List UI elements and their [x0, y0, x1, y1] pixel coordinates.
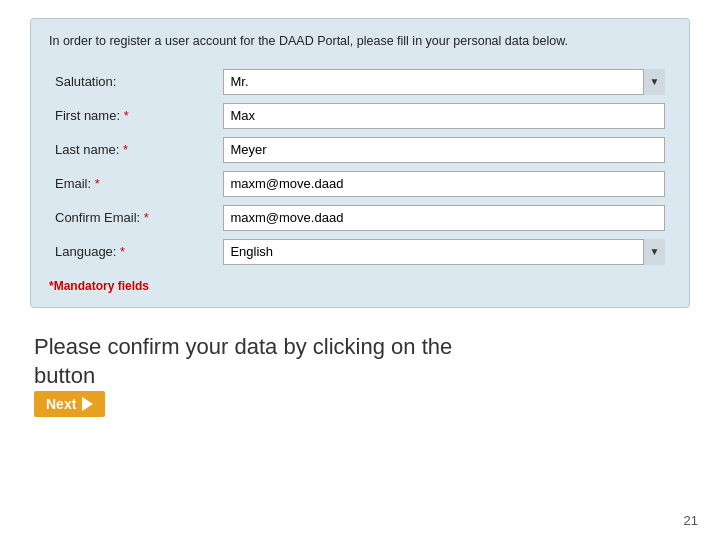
- registration-form-card: In order to register a user account for …: [30, 18, 690, 308]
- salutation-input-cell: Mr. Ms. Dr. ▼: [217, 65, 671, 99]
- table-row: Language: * English Deutsch Français ▼: [49, 235, 671, 269]
- table-row: Email: *: [49, 167, 671, 201]
- confirm-email-input[interactable]: [223, 205, 665, 231]
- table-row: First name: *: [49, 99, 671, 133]
- confirm-line2: button: [34, 363, 95, 388]
- language-select-wrapper: English Deutsch Français ▼: [223, 239, 665, 265]
- form-table: Salutation: Mr. Ms. Dr. ▼: [49, 65, 671, 269]
- table-row: Last name: *: [49, 133, 671, 167]
- bottom-section: Please confirm your data by clicking on …: [30, 332, 690, 421]
- lastname-label: Last name: *: [49, 133, 217, 167]
- firstname-label: First name: *: [49, 99, 217, 133]
- table-row: Salutation: Mr. Ms. Dr. ▼: [49, 65, 671, 99]
- page-number: 21: [684, 513, 698, 528]
- language-select[interactable]: English Deutsch Français: [223, 239, 665, 265]
- intro-text: In order to register a user account for …: [49, 33, 671, 51]
- next-arrow-icon: [82, 397, 93, 411]
- salutation-select-wrapper: Mr. Ms. Dr. ▼: [223, 69, 665, 95]
- next-button[interactable]: Next: [34, 391, 105, 417]
- required-star: *: [124, 108, 129, 123]
- email-input[interactable]: [223, 171, 665, 197]
- email-input-cell: [217, 167, 671, 201]
- required-star: *: [95, 176, 100, 191]
- confirm-email-label: Confirm Email: *: [49, 201, 217, 235]
- required-star: *: [120, 244, 125, 259]
- salutation-select[interactable]: Mr. Ms. Dr.: [223, 69, 665, 95]
- lastname-input-cell: [217, 133, 671, 167]
- salutation-label: Salutation:: [49, 65, 217, 99]
- confirm-line1: Please confirm your data by clicking on …: [34, 334, 452, 359]
- email-label: Email: *: [49, 167, 217, 201]
- lastname-input[interactable]: [223, 137, 665, 163]
- confirm-email-input-cell: [217, 201, 671, 235]
- language-input-cell: English Deutsch Français ▼: [217, 235, 671, 269]
- firstname-input[interactable]: [223, 103, 665, 129]
- required-star: *: [144, 210, 149, 225]
- table-row: Confirm Email: *: [49, 201, 671, 235]
- next-button-label: Next: [46, 396, 76, 412]
- confirm-text-row: Please confirm your data by clicking on …: [34, 332, 452, 421]
- confirm-text: Please confirm your data by clicking on …: [34, 332, 452, 417]
- mandatory-note: *Mandatory fields: [49, 279, 671, 293]
- firstname-input-cell: [217, 99, 671, 133]
- language-label: Language: *: [49, 235, 217, 269]
- required-star: *: [123, 142, 128, 157]
